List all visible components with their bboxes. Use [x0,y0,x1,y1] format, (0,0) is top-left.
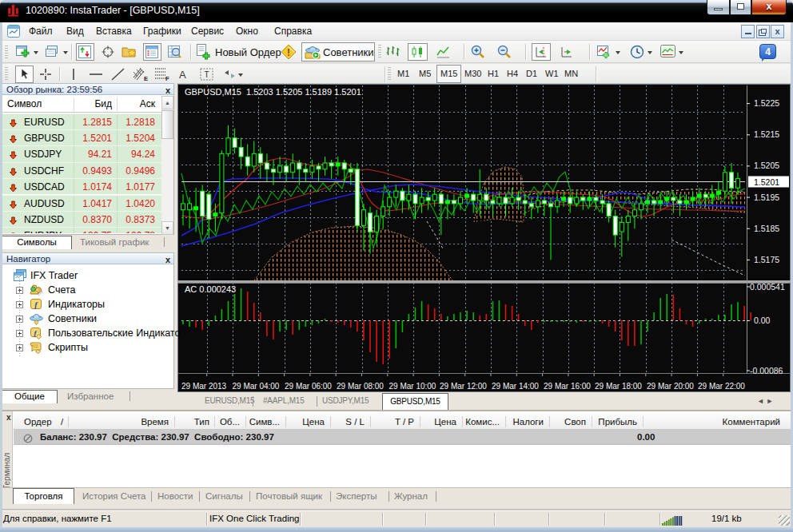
svg-text:29 Mar 22:00: 29 Mar 22:00 [698,382,745,391]
svg-text:29 Mar 20:00: 29 Mar 20:00 [647,382,694,391]
svg-text:E: E [144,75,148,81]
svg-text:29 Mar 12:00: 29 Mar 12:00 [440,382,487,391]
svg-text:29 Mar 16:00: 29 Mar 16:00 [544,382,591,391]
svg-text:29 Mar 10:00: 29 Mar 10:00 [389,382,436,391]
svg-text:29 Mar 06:00: 29 Mar 06:00 [285,382,332,391]
svg-text:T: T [204,70,209,79]
svg-text:0.000541: 0.000541 [750,282,785,292]
svg-text:29 Mar 2013: 29 Mar 2013 [181,382,227,391]
svg-text:29 Mar 18:00: 29 Mar 18:00 [595,382,642,391]
svg-text:1.5201: 1.5201 [754,177,779,187]
svg-text:1.5205: 1.5205 [754,161,779,170]
svg-text:GBPUSD,M15 1.5203 1.5205 1.51: GBPUSD,M15 1.5203 1.5205 1.5189 1.5201 [185,87,361,97]
svg-text:29 Mar 14:00: 29 Mar 14:00 [492,382,539,391]
svg-text:1.5195: 1.5195 [754,193,779,202]
svg-text:1.5215: 1.5215 [754,129,779,139]
svg-text:29 Mar 08:00: 29 Mar 08:00 [337,382,384,391]
svg-text:0.00: 0.00 [754,316,771,325]
svg-text:-0.00086: -0.00086 [750,366,783,375]
svg-text:F: F [165,75,169,81]
svg-text:1.5175: 1.5175 [754,255,779,264]
svg-text:AC 0.000243: AC 0.000243 [185,284,236,294]
svg-text:1.5185: 1.5185 [754,224,779,233]
svg-text:!: ! [287,47,290,58]
svg-text:29 Mar 04:00: 29 Mar 04:00 [233,382,280,391]
svg-text:1.5225: 1.5225 [754,98,779,108]
